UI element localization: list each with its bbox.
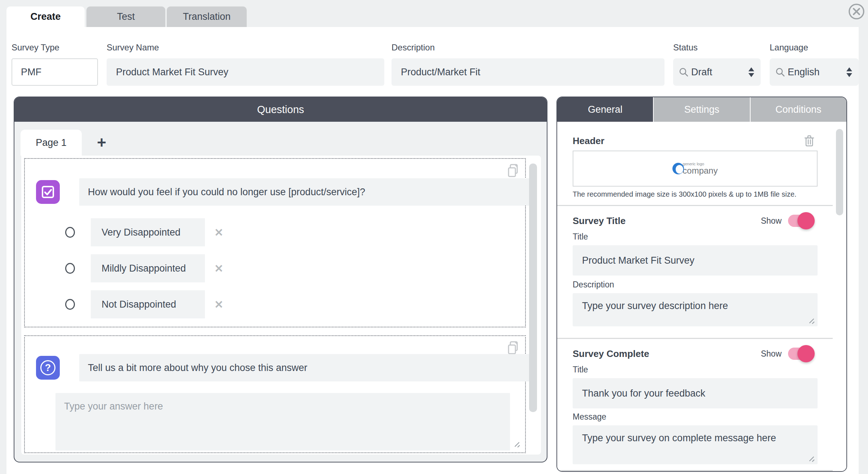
header-image-caption: The recommended image size is 300x100 pi… [573, 190, 846, 198]
tab-test[interactable]: Test [86, 6, 165, 27]
language-value: English [788, 67, 846, 78]
question-1-row: How would you feel if you could no longe… [36, 178, 534, 206]
survey-title-section-head: Survey Title Show [573, 215, 815, 227]
header-section-head: Header [573, 135, 815, 147]
resize-handle-icon[interactable] [808, 317, 815, 324]
survey-title-section-title: Survey Title [573, 215, 626, 227]
survey-complete-section-title: Survey Complete [573, 348, 649, 359]
survey-complete-show-toggle[interactable] [788, 348, 812, 360]
questions-panel: Questions Page 1 + [14, 97, 547, 462]
questions-scrollbar[interactable] [529, 164, 537, 412]
tab-conditions[interactable]: Conditions [751, 97, 846, 122]
tab-create[interactable]: Create [6, 6, 85, 27]
survey-type-label: Survey Type [12, 43, 59, 53]
tab-settings-label: Settings [684, 104, 720, 115]
survey-name-input[interactable] [107, 58, 384, 86]
survey-type-input[interactable] [12, 58, 98, 86]
company-logo: generic logo company [672, 162, 717, 175]
option-1-input[interactable]: Very Disappointed [91, 218, 205, 246]
radio-icon[interactable] [65, 299, 75, 310]
answer-textarea[interactable] [55, 393, 510, 451]
resize-handle-icon[interactable] [808, 455, 815, 462]
option-3-label: Not Disappointed [102, 299, 176, 310]
chevron-updown-icon [748, 67, 754, 77]
message-label: Message [573, 412, 846, 422]
description-label: Description [392, 43, 435, 53]
description-sub-label: Description [573, 280, 846, 290]
show-label: Show [761, 349, 782, 359]
show-label: Show [761, 216, 782, 226]
delete-option-icon[interactable]: ✕ [214, 298, 223, 311]
settings-panel-content: Header generic logo compan [557, 122, 846, 471]
survey-title-input[interactable] [573, 245, 818, 276]
logo-text: company [683, 166, 717, 175]
status-value: Draft [691, 67, 748, 78]
header-section-title: Header [573, 135, 604, 147]
option-3-input[interactable]: Not Disappointed [91, 290, 205, 318]
open-text-question-icon: ? [36, 356, 60, 380]
description-input[interactable] [392, 58, 665, 86]
status-select[interactable]: Draft [673, 58, 761, 86]
option-2-input[interactable]: Mildly Disappointed [91, 254, 205, 282]
tab-general[interactable]: General [557, 97, 654, 122]
radio-icon[interactable] [65, 227, 75, 238]
question-2-text: Tell us a bit more about why you chose t… [88, 362, 307, 374]
survey-title-show-toggle[interactable] [788, 215, 812, 227]
settings-scrollbar[interactable] [836, 129, 843, 215]
radio-icon[interactable] [65, 263, 75, 274]
question-2-row: ? Tell us a bit more about why you chose… [36, 354, 534, 381]
survey-description-value: Type your survey description here [582, 300, 728, 311]
tab-translation-label: Translation [183, 11, 231, 22]
survey-name-label: Survey Name [107, 43, 159, 53]
chevron-updown-icon [846, 67, 852, 77]
title-label: Title [573, 232, 846, 242]
delete-option-icon[interactable]: ✕ [214, 226, 223, 239]
survey-complete-title-input[interactable] [573, 378, 818, 408]
question-1-text-input[interactable]: How would you feel if you could no longe… [79, 178, 534, 206]
option-2-label: Mildly Disappointed [102, 263, 186, 274]
tab-general-label: General [588, 104, 622, 115]
complete-title-label: Title [573, 365, 846, 375]
language-label: Language [770, 43, 808, 53]
status-label: Status [673, 43, 698, 53]
toggle-knob [797, 345, 815, 362]
header-image-upload[interactable]: generic logo company [573, 151, 818, 187]
option-row-1: Very Disappointed ✕ [65, 218, 223, 246]
settings-panel-tabs: General Settings Conditions [557, 97, 846, 122]
option-1-label: Very Disappointed [102, 227, 180, 238]
search-icon [775, 67, 785, 77]
resize-handle-icon[interactable] [514, 441, 520, 447]
page-tab-1-label: Page 1 [36, 137, 67, 148]
tab-settings[interactable]: Settings [654, 97, 750, 122]
add-page-button[interactable]: + [91, 132, 112, 153]
tab-translation[interactable]: Translation [167, 6, 247, 27]
trash-icon[interactable] [804, 135, 815, 147]
question-mark-icon: ? [40, 360, 55, 375]
section-divider [557, 338, 833, 339]
tab-conditions-label: Conditions [775, 104, 822, 115]
page-content-card: How would you feel if you could no longe… [21, 156, 541, 455]
questions-panel-title: Questions [257, 104, 304, 116]
duplicate-question-icon[interactable] [507, 341, 519, 355]
tab-create-label: Create [30, 11, 61, 22]
delete-option-icon[interactable]: ✕ [214, 262, 223, 275]
language-select[interactable]: English [770, 58, 859, 86]
close-icon[interactable] [848, 3, 865, 20]
question-block-1[interactable]: How would you feel if you could no longe… [24, 158, 526, 327]
survey-complete-message-value: Type your survey on complete message her… [582, 433, 776, 443]
option-row-3: Not Disappointed ✕ [65, 290, 223, 318]
question-2-text-input[interactable]: Tell us a bit more about why you chose t… [79, 354, 534, 381]
option-row-2: Mildly Disappointed ✕ [65, 254, 223, 282]
question-block-2[interactable]: ? Tell us a bit more about why you chose… [24, 335, 526, 453]
section-divider [557, 205, 833, 206]
survey-complete-section-head: Survey Complete Show [573, 348, 815, 360]
survey-description-textarea[interactable]: Type your survey description here [573, 293, 818, 326]
settings-panel: General Settings Conditions Header [556, 97, 847, 472]
survey-builder-page: Create Test Translation Survey Type Surv… [0, 0, 868, 474]
page-tab-1[interactable]: Page 1 [21, 130, 82, 156]
multiple-choice-checkbox-icon [36, 180, 60, 204]
questions-panel-header: Questions [14, 97, 547, 122]
question-1-text: How would you feel if you could no longe… [88, 187, 365, 198]
duplicate-question-icon[interactable] [507, 164, 519, 178]
survey-complete-message-textarea[interactable]: Type your survey on complete message her… [573, 425, 818, 464]
